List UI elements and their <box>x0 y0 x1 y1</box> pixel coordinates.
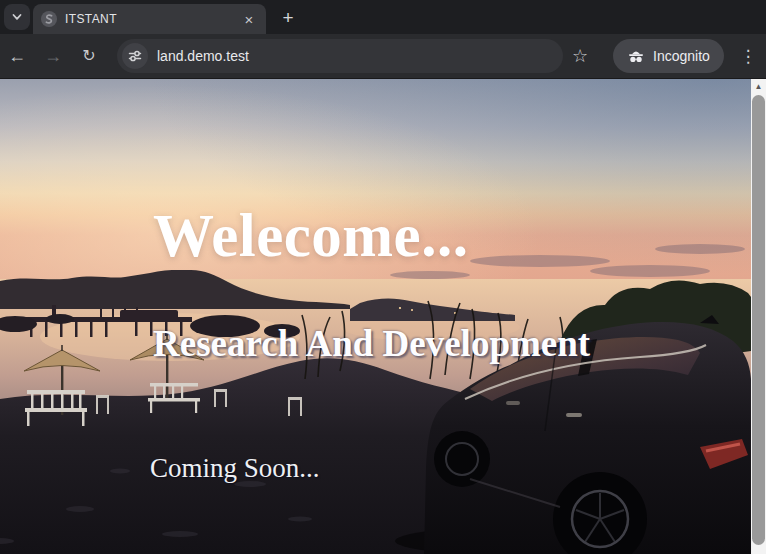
incognito-label: Incognito <box>653 48 710 64</box>
page-title: Welecome... <box>153 201 468 271</box>
bookmark-star-icon[interactable]: ☆ <box>565 41 595 71</box>
address-bar[interactable]: land.demo.test <box>117 39 563 73</box>
url-input[interactable]: land.demo.test <box>157 48 249 64</box>
page-scrollbar[interactable]: ▲ <box>751 79 766 554</box>
tab-itstant[interactable]: ITSTANT × <box>33 4 266 34</box>
incognito-icon <box>627 50 645 63</box>
site-favicon <box>41 11 57 27</box>
browser-toolbar: ← → ↻ land.demo.test ☆ <box>0 34 766 79</box>
tab-search-button[interactable] <box>4 4 30 30</box>
hero-photo: Welecome... Research And Development Com… <box>0 79 751 554</box>
forward-button[interactable]: → <box>38 41 68 71</box>
tab-close-icon[interactable]: × <box>240 10 258 28</box>
page-viewport: Welecome... Research And Development Com… <box>0 79 766 554</box>
site-settings-button[interactable] <box>122 43 148 69</box>
tune-icon <box>128 49 142 63</box>
back-button[interactable]: ← <box>2 41 32 71</box>
browser-menu-button[interactable]: ⋮ <box>734 41 762 71</box>
incognito-badge: Incognito <box>613 39 724 73</box>
chevron-down-icon <box>10 10 24 24</box>
tab-strip: ITSTANT × + × <box>0 0 766 34</box>
reload-button[interactable]: ↻ <box>74 41 104 71</box>
tab-title: ITSTANT <box>65 12 232 26</box>
coming-soon-text: Coming Soon... <box>150 453 320 484</box>
scrollbar-thumb[interactable] <box>752 95 765 545</box>
browser-window: ITSTANT × + × ← → ↻ <box>0 0 766 554</box>
hero-photo-scene <box>0 79 751 554</box>
page-subtitle: Research And Development <box>153 322 590 366</box>
scroll-up-icon[interactable]: ▲ <box>751 79 766 94</box>
new-tab-button[interactable]: + <box>276 5 300 29</box>
